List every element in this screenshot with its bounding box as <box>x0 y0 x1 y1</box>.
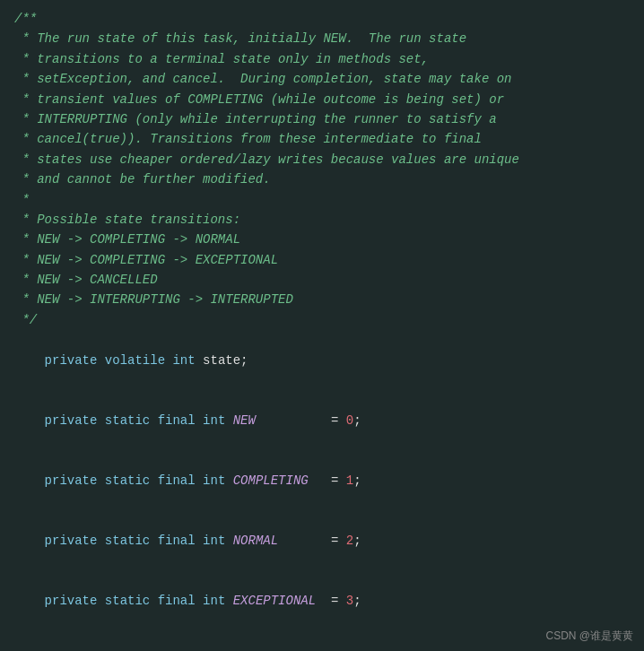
comment-line-9: * and cannot be further modified. <box>14 169 630 189</box>
comment-line-8: * states use cheaper ordered/lazy writes… <box>14 150 630 169</box>
comment-line-13: * NEW -> COMPLETING -> EXCEPTIONAL <box>14 250 630 270</box>
comment-line-15: * NEW -> INTERRUPTING -> INTERRUPTED <box>14 290 630 309</box>
code-cancelled-line: private static final int CANCELLED = 4; <box>14 631 630 651</box>
comment-line-4: * setException, and cancel. During compl… <box>14 69 630 89</box>
code-block: /** * The run state of this task, initia… <box>0 0 644 651</box>
watermark: CSDN @谁是黄黄 <box>545 629 633 644</box>
comment-line-2: * The run state of this task, initially … <box>14 29 630 48</box>
comment-line-10: * <box>14 190 630 210</box>
comment-line-11: * Possible state transitions: <box>14 210 630 230</box>
code-new-line: private static final int NEW = 0; <box>14 390 630 450</box>
comment-line-3: * transitions to a terminal state only i… <box>14 49 630 69</box>
comment-line-6: * INTERRUPTING (only while interrupting … <box>14 109 630 129</box>
comment-line-12: * NEW -> COMPLETING -> NORMAL <box>14 230 630 249</box>
code-state-line: private volatile int state; <box>14 330 630 390</box>
comment-line-16: */ <box>14 310 630 330</box>
comment-line-14: * NEW -> CANCELLED <box>14 270 630 290</box>
comment-line-1: /** <box>14 9 630 29</box>
comment-line-7: * cancel(true)). Transitions from these … <box>14 129 630 149</box>
comment-line-5: * transient values of COMPLETING (while … <box>14 90 630 109</box>
code-completing-line: private static final int COMPLETING = 1; <box>14 451 630 511</box>
code-normal-line: private static final int NORMAL = 2; <box>14 511 630 571</box>
code-exceptional-line: private static final int EXCEPTIONAL = 3… <box>14 571 630 631</box>
